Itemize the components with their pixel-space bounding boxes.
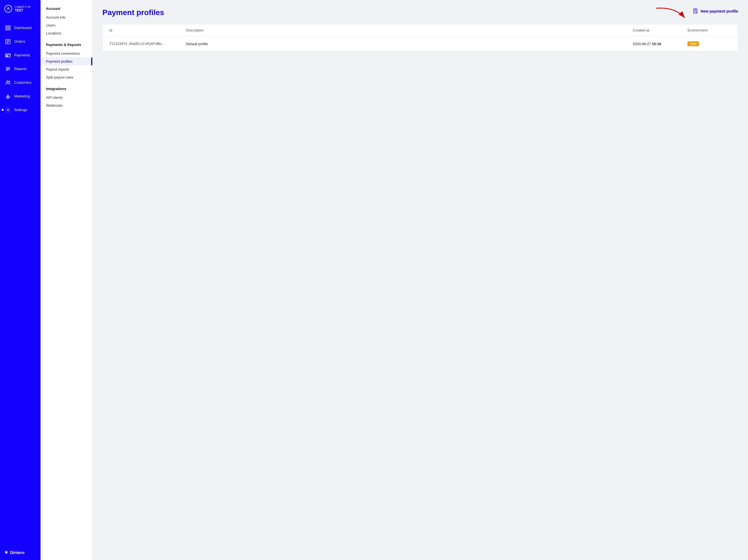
settings-icon [5,107,11,113]
col-header-environment: Environment [687,28,731,32]
cell-description: Default profile [186,42,633,46]
submenu-item-payment-profiles[interactable]: Payment profiles [41,57,92,65]
cell-environment: Test [687,41,731,46]
submenu-item-split-payout-rules[interactable]: Split payout rules [41,73,92,81]
submenu-payments-title: Payments & Payouts [41,43,92,50]
payments-icon [5,52,11,58]
cell-id: T11223474.4Xq4ScJcvHjmFvNH… [109,42,186,46]
svg-rect-21 [694,9,697,14]
submenu-item-api-clients[interactable]: API clients [41,94,92,101]
submenu-integrations-title: Integrations [41,87,92,94]
svg-point-17 [8,81,10,82]
created-at-time: 15:18 [652,42,661,46]
col-header-description: Description [186,28,633,32]
submenu-section-payments: Payments & Payouts Payment connections P… [41,43,92,81]
orders-icon [5,39,11,45]
submenu-section-integrations: Integrations API clients Webhooks [41,87,92,109]
new-profile-label: New payment profile [701,9,738,14]
orders-label: Orders [14,40,25,44]
user-section[interactable]: Logged in as TEST [0,0,41,19]
submenu-panel: Account Account info Users Locations Pay… [41,0,93,560]
sidebar: Logged in as TEST Dashboard [0,0,41,560]
cell-created-at: 2020-08-27 15:18 [633,42,687,46]
brand-name: Dintero [10,550,25,555]
settings-label: Settings [14,108,27,112]
col-header-created-at: Created at [633,28,687,32]
svg-point-0 [7,7,9,9]
new-profile-icon [693,8,699,14]
table-row[interactable]: T11223474.4Xq4ScJcvHjmFvNH… Default prof… [103,36,738,51]
main-content: Payment profiles New payment pr [93,0,748,560]
table-header: Id Description Created at Environment [103,24,738,36]
reports-icon [5,66,11,72]
payments-label: Payments [14,53,30,57]
submenu-item-webhooks[interactable]: Webhooks [41,101,92,109]
new-payment-profile-button[interactable]: New payment profile [693,8,738,14]
submenu-item-payment-connections[interactable]: Payment connections [41,50,92,57]
svg-rect-2 [8,25,10,27]
submenu-item-account-info[interactable]: Account info [41,14,92,21]
submenu-item-users[interactable]: Users [41,21,92,29]
submenu-account-title: Account [41,6,92,14]
svg-point-10 [6,55,7,56]
nav-menu: Dashboard Orders [0,19,41,545]
environment-badge: Test [687,41,699,46]
username-label: TEST [15,8,30,13]
dintero-icon: ✳ [4,550,8,555]
dashboard-label: Dashboard [14,26,32,30]
svg-rect-4 [8,28,10,30]
dashboard-icon [5,25,11,31]
page-title: Payment profiles [102,8,164,17]
sidebar-item-payments[interactable]: Payments [0,48,41,62]
marketing-icon [5,93,11,99]
svg-point-11 [7,55,8,56]
svg-rect-1 [6,25,7,27]
submenu-item-locations[interactable]: Locations [41,29,92,37]
marketing-label: Marketing [14,94,30,98]
svg-point-16 [6,81,8,82]
brand-logo: ✳ Dintero [0,545,41,560]
submenu-section-account: Account Account info Users Locations [41,6,92,37]
avatar [4,5,12,13]
svg-point-19 [7,109,9,111]
sidebar-item-reports[interactable]: Reports [0,62,41,76]
reports-label: Reports [14,67,27,71]
page-header: Payment profiles New payment pr [102,8,738,17]
sidebar-item-customers[interactable]: Customers [0,76,41,90]
col-header-id: Id [109,28,186,32]
created-at-date: 2020-08-27 [633,42,651,46]
logged-in-label: Logged in as [15,5,30,8]
svg-rect-3 [6,28,7,30]
settings-dot [2,109,4,111]
sidebar-item-settings[interactable]: Settings [0,103,41,117]
arrow-annotation [653,5,689,25]
payment-profiles-table: Id Description Created at Environment T1… [102,24,738,51]
submenu-item-payout-reports[interactable]: Payout reports [41,65,92,73]
customers-label: Customers [14,80,31,84]
sidebar-item-dashboard[interactable]: Dashboard [0,21,41,35]
sidebar-item-orders[interactable]: Orders [0,35,41,48]
customers-icon [5,80,11,86]
sidebar-item-marketing[interactable]: Marketing [0,90,41,103]
